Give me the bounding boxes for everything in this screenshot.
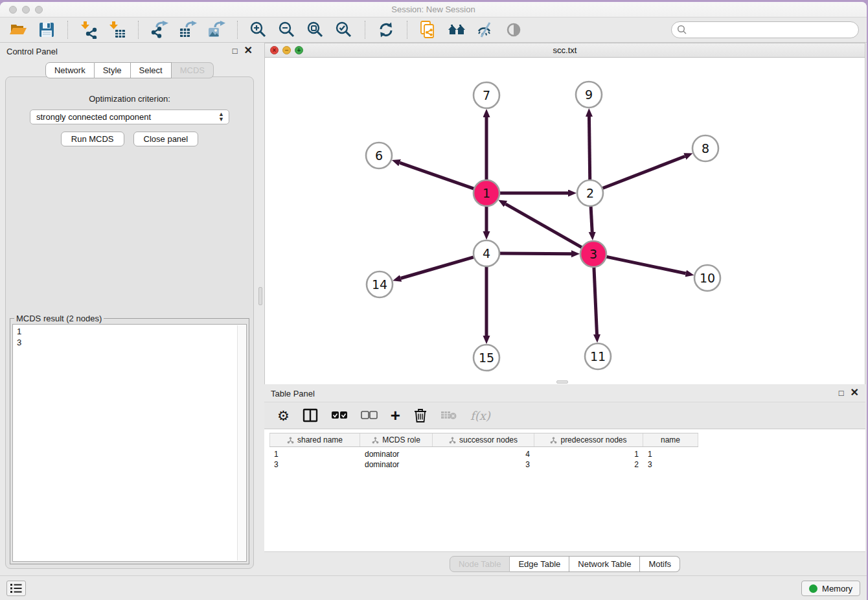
search-input[interactable] [671, 21, 859, 38]
delete-row-icon[interactable] [413, 408, 428, 423]
zoom-in-icon[interactable] [248, 19, 269, 40]
graph-node-label-4: 4 [483, 246, 490, 260]
graph-node-label-3: 3 [589, 247, 597, 261]
apply-layout-icon[interactable] [376, 19, 396, 40]
graph-edge-2-3[interactable] [591, 206, 592, 232]
split-panes-icon[interactable] [303, 408, 318, 423]
zoom-selected-icon[interactable] [334, 19, 354, 40]
graph-edge-3-11[interactable] [594, 267, 597, 334]
close-panel-button[interactable]: Close panel [133, 132, 199, 146]
table-cell[interactable]: dominator [360, 449, 433, 459]
network-graph[interactable]: 7961284314101511 [265, 58, 865, 384]
session-title: Session: New Session [0, 5, 867, 14]
tab-select[interactable]: Select [131, 62, 172, 78]
export-image-icon[interactable] [206, 19, 227, 40]
table-toolbar: ⚙ + f(x) [264, 402, 865, 429]
result-scrollbar[interactable] [237, 325, 246, 560]
column-settings-icon[interactable]: ⚙ [277, 409, 290, 422]
table-cell[interactable]: 2 [534, 459, 643, 470]
graph-node-label-11: 11 [590, 349, 606, 363]
mcds-result-box: MCDS result (2 nodes) 1 3 [10, 318, 249, 564]
graph-node-label-6: 6 [375, 148, 383, 163]
tab-network[interactable]: Network [45, 62, 95, 78]
graph-node-label-7: 7 [483, 88, 490, 102]
deselect-all-columns-icon[interactable] [361, 411, 378, 420]
mcds-result-area[interactable]: 1 3 [12, 324, 247, 562]
tab-motifs[interactable]: Motifs [640, 556, 680, 572]
control-panel: Control Panel □ ✕ Network Style Select M… [0, 43, 259, 575]
table-cell[interactable]: dominator [360, 459, 433, 470]
clone-network-icon[interactable] [418, 19, 439, 40]
search-icon [677, 25, 687, 38]
main-toolbar [0, 17, 867, 43]
table-cell[interactable]: 1 [534, 449, 643, 459]
graph-edge-3-1[interactable] [506, 204, 582, 248]
close-panel-icon[interactable]: ✕ [244, 45, 253, 56]
graph-node-label-1: 1 [483, 186, 490, 200]
column-header-predecessor-nodes[interactable]: predecessor nodes [534, 433, 643, 446]
show-all-icon[interactable] [503, 19, 524, 40]
tab-node-table[interactable]: Node Table [450, 556, 510, 572]
tab-mcds[interactable]: MCDS [172, 62, 214, 78]
toolbar-separator [365, 21, 365, 39]
close-table-panel-icon[interactable]: ✕ [851, 387, 859, 398]
table-row[interactable]: 1dominator411 [269, 449, 698, 459]
graph-edge-4-14[interactable] [401, 257, 474, 279]
toolbar-separator [407, 21, 407, 39]
memory-button[interactable]: Memory [801, 581, 860, 596]
table-cell[interactable]: 4 [433, 449, 534, 459]
task-history-button[interactable] [6, 581, 26, 596]
mcds-result-title: MCDS result (2 nodes) [14, 314, 104, 323]
add-row-icon[interactable]: + [391, 407, 400, 424]
vertical-splitter-handle[interactable] [258, 287, 262, 305]
run-mcds-button[interactable]: Run MCDS [61, 132, 124, 146]
table-cell[interactable]: 1 [643, 449, 698, 459]
tab-network-table[interactable]: Network Table [569, 556, 640, 572]
criterion-select[interactable]: strongly connected component ▲▼ [30, 110, 229, 124]
tab-style[interactable]: Style [95, 62, 131, 78]
column-header-shared-name[interactable]: shared name [269, 433, 360, 446]
export-network-icon[interactable] [149, 19, 170, 40]
graph-node-label-15: 15 [479, 351, 494, 365]
column-header-successor-nodes[interactable]: successor nodes [433, 433, 534, 446]
first-neighbors-icon[interactable] [446, 19, 467, 40]
network-window: × – + scc.txt 7961284314101511 [264, 43, 865, 384]
table-panel-title: Table Panel [271, 389, 315, 398]
float-table-panel-icon[interactable]: □ [839, 389, 844, 397]
search-container [671, 21, 859, 38]
open-session-icon[interactable] [8, 19, 29, 40]
table-tabs: Node Table Edge Table Network Table Moti… [264, 551, 865, 575]
graph-edge-1-6[interactable] [400, 163, 474, 189]
control-panel-tabs: Network Style Select MCDS [0, 62, 259, 78]
table-rows: 1dominator4113dominator323 [269, 447, 698, 470]
import-table-icon[interactable] [107, 19, 128, 40]
select-all-columns-icon[interactable] [331, 411, 348, 420]
table-cell[interactable]: 3 [643, 459, 698, 470]
mcds-result-text: 1 3 [13, 325, 237, 561]
graph-edge-4-3[interactable] [499, 253, 571, 254]
hide-selected-icon[interactable] [475, 19, 496, 40]
graph-edge-2-8[interactable] [602, 156, 685, 188]
network-window-titlebar[interactable]: × – + scc.txt [265, 43, 865, 58]
table-cell[interactable]: 1 [269, 449, 360, 459]
control-panel-header: Control Panel □ ✕ [0, 43, 259, 60]
save-session-icon[interactable] [36, 19, 57, 40]
export-table-icon[interactable] [177, 19, 198, 40]
import-network-icon[interactable] [78, 19, 99, 40]
graph-edge-2-9[interactable] [589, 117, 589, 180]
network-canvas[interactable]: 7961284314101511 [265, 58, 865, 384]
memory-status-icon [809, 584, 817, 593]
horizontal-splitter-handle[interactable] [556, 380, 568, 384]
tab-edge-table[interactable]: Edge Table [510, 556, 569, 572]
float-panel-icon[interactable]: □ [233, 47, 238, 55]
table-cell[interactable]: 3 [433, 459, 534, 470]
node-table: shared name MCDS role successor nodes pr… [264, 430, 865, 551]
table-row[interactable]: 3dominator323 [269, 459, 698, 470]
zoom-fit-icon[interactable] [305, 19, 326, 40]
table-cell[interactable]: 3 [269, 459, 360, 470]
column-header-mcds-role[interactable]: MCDS role [360, 433, 433, 446]
graph-edge-3-10[interactable] [606, 257, 686, 273]
toolbar-separator [138, 21, 139, 39]
column-header-name[interactable]: name [643, 433, 698, 446]
zoom-out-icon[interactable] [277, 19, 297, 40]
